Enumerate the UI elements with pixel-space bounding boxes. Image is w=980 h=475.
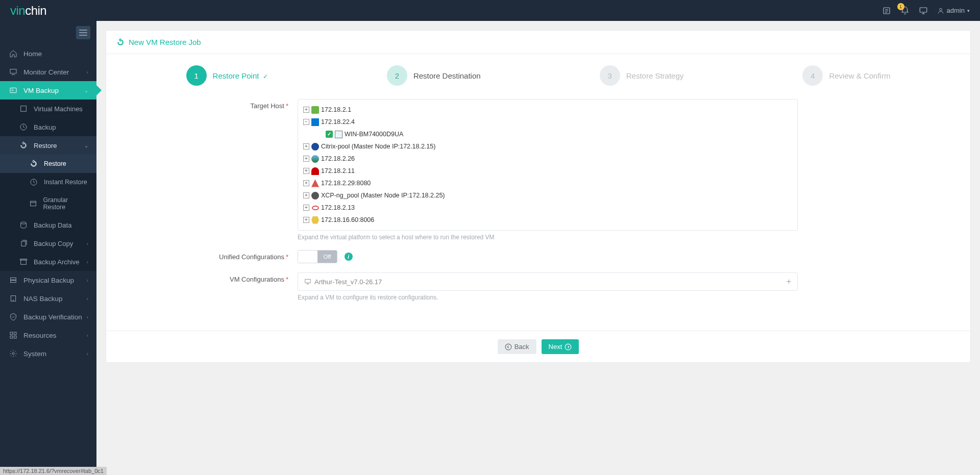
- target-host-tree: +172.18.2.1 −172.18.22.4 WIN-BM74000D9UA…: [298, 99, 798, 231]
- expand-icon[interactable]: +: [303, 107, 309, 113]
- backup-data-icon: [18, 221, 29, 229]
- sidebar-item-backup-data[interactable]: Backup Data: [0, 216, 96, 234]
- tree-node[interactable]: +172.18.2.13: [303, 202, 792, 214]
- expand-icon[interactable]: +: [303, 156, 309, 162]
- checked-icon[interactable]: [326, 131, 333, 138]
- vm-config-value: Arthur-Test_v7.0-26.17: [314, 278, 382, 286]
- sidebar-item-instant-restore[interactable]: Instant Restore: [0, 173, 96, 191]
- svg-rect-4: [10, 88, 16, 92]
- svg-rect-10: [21, 241, 26, 246]
- unified-toggle[interactable]: Off: [298, 250, 337, 263]
- sidebar-item-system[interactable]: System ‹: [0, 344, 96, 363]
- warning-triangle-icon: [311, 180, 319, 187]
- svg-point-23: [565, 344, 571, 350]
- restore-submenu: Restore Instant Restore Granular Restore: [0, 155, 96, 216]
- resources-icon: [8, 331, 18, 339]
- step-number: 1: [186, 65, 207, 86]
- backup-copy-icon: [18, 239, 29, 247]
- panel-footer: Back Next: [106, 331, 970, 362]
- step-1[interactable]: 1 Restore Point ✓: [186, 65, 268, 86]
- sidebar-item-virtual-machines[interactable]: Virtual Machines: [0, 99, 96, 118]
- svg-rect-18: [10, 336, 13, 338]
- sidebar-item-backup-verification[interactable]: Backup Verification ‹: [0, 308, 96, 326]
- top-bar: vinchin 1 admin ▾: [0, 0, 980, 21]
- tree-node[interactable]: +172.18.2.26: [303, 153, 792, 165]
- svg-rect-12: [11, 278, 16, 280]
- monitor-icon[interactable]: [919, 6, 928, 15]
- nav-label: Monitor Center: [23, 68, 69, 76]
- expand-icon[interactable]: +: [303, 180, 309, 186]
- tree-label: 172.18.2.1: [321, 105, 351, 115]
- tree-label: 172.18.22.4: [321, 117, 355, 127]
- sidebar-item-nas-backup[interactable]: NAS Backup ‹: [0, 289, 96, 308]
- tree-node[interactable]: −172.18.22.4: [303, 116, 792, 128]
- expand-icon[interactable]: +: [303, 143, 309, 149]
- system-icon: [8, 349, 18, 358]
- notification-bell-icon[interactable]: 1: [900, 6, 910, 15]
- sidebar-item-resources[interactable]: Resources ‹: [0, 326, 96, 344]
- sidebar-item-physical-backup[interactable]: Physical Backup ‹: [0, 271, 96, 289]
- sidebar-item-vm-backup[interactable]: VM Backup ⌄: [0, 81, 96, 99]
- tree-node[interactable]: +XCP-ng_pool (Master Node IP:172.18.2.25…: [303, 189, 792, 202]
- expand-icon[interactable]: +: [303, 168, 309, 174]
- nav-label: Resources: [23, 332, 57, 339]
- arrow-left-icon: [505, 343, 512, 351]
- arrow-right-icon: [565, 343, 572, 351]
- collapse-icon[interactable]: −: [303, 119, 309, 125]
- back-button[interactable]: Back: [498, 339, 536, 354]
- user-icon: [937, 7, 944, 14]
- step-number: 3: [600, 65, 620, 86]
- tree-node[interactable]: +172.18.2.11: [303, 165, 792, 177]
- restore-sub-icon: [29, 160, 39, 168]
- backup-icon: [18, 123, 29, 131]
- nav-label: NAS Backup: [23, 295, 63, 303]
- expand-plus-icon[interactable]: +: [787, 277, 791, 286]
- sidebar-toggle[interactable]: [76, 26, 90, 39]
- tree-node-child[interactable]: WIN-BM74000D9UA: [303, 128, 792, 140]
- info-icon[interactable]: i: [345, 253, 353, 261]
- expand-icon[interactable]: +: [303, 192, 309, 198]
- expand-icon[interactable]: +: [303, 205, 309, 211]
- sidebar-item-backup-archive[interactable]: Backup Archive ‹: [0, 253, 96, 271]
- tree-node[interactable]: +Citrix-pool (Master Node IP:172.18.2.15…: [303, 140, 792, 153]
- form-area: Target Host* +172.18.2.1 −172.18.22.4 WI…: [106, 91, 970, 331]
- expand-icon[interactable]: +: [303, 217, 309, 223]
- sidebar-item-monitor[interactable]: Monitor Center ‹: [0, 63, 96, 81]
- next-button[interactable]: Next: [542, 339, 579, 354]
- tree-node[interactable]: +172.18.2.1: [303, 104, 792, 116]
- tree-node[interactable]: +172.18.2.29:8080: [303, 177, 792, 189]
- nav-label: Restore: [34, 142, 57, 149]
- user-menu[interactable]: admin ▾: [937, 7, 970, 14]
- vm-config-box[interactable]: Arthur-Test_v7.0-26.17 +: [298, 272, 798, 291]
- user-name: admin: [947, 7, 965, 14]
- nav-label: Home: [23, 50, 42, 58]
- svg-point-22: [505, 344, 511, 350]
- restore-header-icon: [116, 38, 125, 46]
- notification-badge: 1: [897, 3, 904, 10]
- tree-label: Citrix-pool (Master Node IP:172.18.2.15): [321, 141, 435, 152]
- sidebar-item-restore-sub[interactable]: Restore: [0, 155, 96, 173]
- sidebar-item-restore[interactable]: Restore ⌄: [0, 136, 96, 155]
- nav-label: Physical Backup: [23, 277, 74, 284]
- backup-archive-icon: [18, 258, 29, 266]
- sidebar-item-backup-copy[interactable]: Backup Copy ‹: [0, 234, 96, 253]
- xen-icon: [311, 216, 319, 224]
- sidebar-item-granular-restore[interactable]: Granular Restore: [0, 191, 96, 216]
- topbar-right: 1 admin ▾: [882, 6, 970, 15]
- log-icon[interactable]: [882, 6, 891, 15]
- citrix-icon: [311, 143, 319, 151]
- sidebar-item-home[interactable]: Home: [0, 44, 96, 63]
- chevron-left-icon: ‹: [87, 259, 88, 265]
- svg-rect-16: [10, 332, 13, 335]
- step-label: Review & Confirm: [829, 71, 890, 80]
- xcp-icon: [311, 192, 319, 199]
- tree-node[interactable]: +172.18.16.60:8006: [303, 214, 792, 226]
- sidebar-item-backup[interactable]: Backup: [0, 118, 96, 136]
- tree-label: 172.18.2.13: [321, 203, 355, 213]
- back-label: Back: [514, 343, 529, 351]
- svg-point-2: [939, 8, 942, 11]
- nav-label: Backup Verification: [23, 313, 82, 321]
- target-host-row: Target Host* +172.18.2.1 −172.18.22.4 WI…: [127, 99, 950, 241]
- check-icon: ✓: [261, 73, 267, 80]
- next-label: Next: [549, 343, 562, 351]
